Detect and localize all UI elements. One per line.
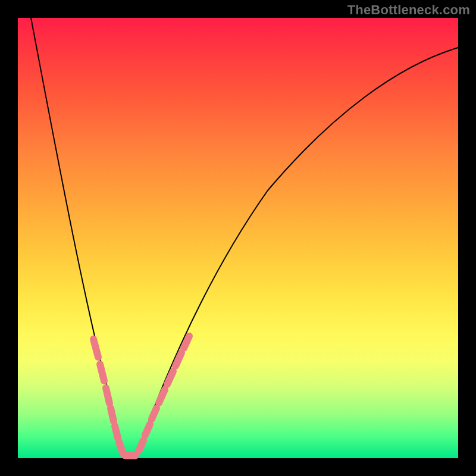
marker-dot (159, 390, 165, 403)
bottleneck-curve (31, 18, 458, 458)
highlight-markers (93, 336, 189, 456)
chart-frame: TheBottleneck.com (0, 0, 476, 476)
watermark-text: TheBottleneck.com (347, 2, 470, 18)
plot-area (18, 18, 458, 458)
marker-dot (106, 388, 109, 403)
marker-dot (145, 424, 150, 435)
marker-dot (93, 339, 98, 357)
marker-dot (115, 426, 118, 438)
marker-dot (111, 408, 114, 421)
marker-dot (152, 408, 156, 419)
marker-dot (139, 440, 143, 451)
chart-svg (18, 18, 458, 458)
marker-dot (100, 364, 104, 381)
marker-dot (184, 336, 189, 348)
marker-dot (119, 442, 123, 454)
